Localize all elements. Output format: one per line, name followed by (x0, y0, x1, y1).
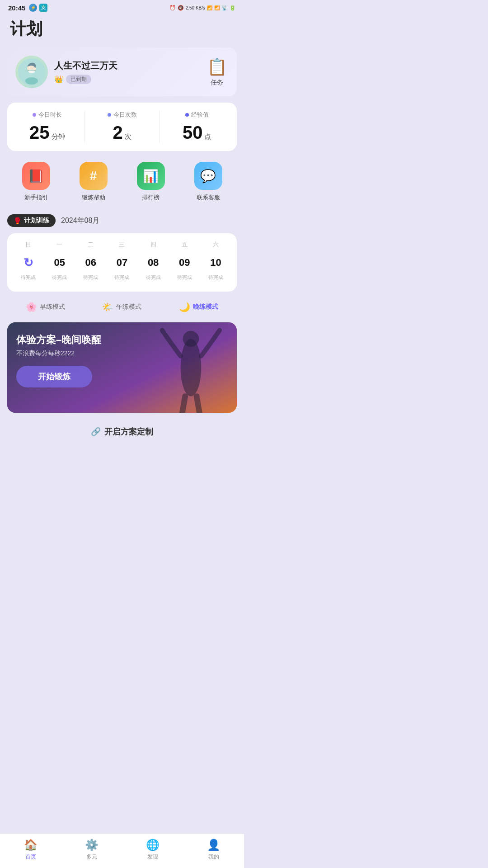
day-09-num: 09 (175, 253, 194, 272)
noon-label: 午练模式 (116, 303, 141, 311)
status-icons: ⏰ 🔇 2.50 KB/s 📶 📶 📡 🔋 (169, 5, 236, 11)
day-07-num: 07 (113, 253, 131, 272)
morning-label: 早练模式 (40, 303, 65, 311)
day-05-num: 05 (50, 253, 69, 272)
service-icon: 💬 (194, 162, 222, 190)
evening-label: 晚练模式 (193, 303, 218, 311)
count-unit: 次 (125, 132, 131, 141)
status-time: 20:45 (8, 4, 25, 12)
day-today[interactable]: ↻ 待完成 (17, 253, 40, 281)
task-icon: 📋 (205, 57, 229, 77)
stats-card: 今日时长 25 分钟 今日次数 2 次 经验值 50 (7, 103, 237, 151)
avatar (15, 56, 48, 88)
task-button[interactable]: 📋 任务 (205, 57, 229, 87)
page-title: 计划 (0, 14, 244, 47)
banner-title: 体验方案–晚间唤醒 (16, 333, 101, 347)
dot-exp (185, 113, 189, 117)
svg-point-5 (181, 339, 202, 396)
day-05[interactable]: 05 待完成 (48, 253, 71, 281)
mode-row: 🌸 早练模式 🌤️ 午练模式 🌙 晚练模式 (7, 298, 237, 316)
guide-label: 新手指引 (24, 193, 48, 202)
day-08-num: 08 (144, 253, 163, 272)
day-0-status: 待完成 (21, 274, 36, 281)
svg-point-6 (183, 331, 199, 347)
profile-left: 人生不过三万天 👑 已到期 (15, 56, 117, 88)
day-10-num: 10 (206, 253, 225, 272)
day-05-status: 待完成 (52, 274, 67, 281)
profile-badge: 👑 已到期 (54, 75, 117, 84)
expired-tag: 已到期 (66, 75, 91, 84)
wifi-icon: 📡 (221, 5, 228, 11)
training-tag-label: 计划训练 (24, 217, 49, 225)
assist-icon: # (80, 162, 108, 190)
day-09[interactable]: 09 待完成 (173, 253, 196, 281)
alarm-icon: ⏰ (169, 5, 176, 11)
morning-icon: 🌸 (26, 302, 37, 312)
weekday-3: 三 (110, 241, 134, 249)
day-07[interactable]: 07 待完成 (110, 253, 134, 281)
weekday-6: 六 (204, 241, 227, 249)
assist-label: 锻炼帮助 (82, 193, 105, 202)
task-label: 任务 (211, 79, 223, 87)
start-exercise-button[interactable]: 开始锻炼 (16, 366, 92, 387)
menu-service[interactable]: 💬 联系客服 (194, 162, 222, 202)
day-09-status: 待完成 (177, 274, 192, 281)
banner-card: 体验方案–晚间唤醒 不浪费每分每秒2222 开始锻炼 (7, 322, 237, 413)
mute-icon: 🔇 (178, 5, 184, 11)
mode-noon[interactable]: 🌤️ 午练模式 (102, 302, 141, 312)
training-tag: 🥊 计划训练 (7, 214, 56, 227)
exp-unit: 点 (204, 132, 211, 141)
day-10[interactable]: 10 待完成 (204, 253, 227, 281)
day-06-status: 待完成 (83, 274, 98, 281)
profile-card: 人生不过三万天 👑 已到期 📋 任务 (7, 47, 237, 96)
training-month: 2024年08月 (61, 216, 99, 226)
status-app-icons: ⚡ 支 (29, 4, 47, 12)
divider-1 (84, 111, 85, 143)
svg-rect-3 (28, 70, 35, 73)
dot-duration (33, 113, 36, 117)
evening-icon: 🌙 (179, 302, 190, 312)
speed-text: 2.50 KB/s (186, 5, 205, 10)
weekday-0: 日 (17, 241, 40, 249)
battery-icon: 🔋 (230, 5, 236, 11)
weekday-5: 五 (173, 241, 196, 249)
signal1-icon: 📶 (207, 5, 212, 10)
day-08-status: 待完成 (146, 274, 161, 281)
dot-count (108, 113, 111, 117)
mode-evening[interactable]: 🌙 晚练模式 (179, 302, 218, 312)
custom-plan-label: 开启方案定制 (104, 426, 153, 437)
menu-assist[interactable]: # 锻炼帮助 (80, 162, 108, 202)
day-06-num: 06 (81, 253, 100, 272)
app-icon-1: ⚡ (29, 4, 37, 12)
weekday-2: 二 (79, 241, 103, 249)
duration-value: 25 (29, 123, 50, 143)
crown-icon: 👑 (54, 75, 63, 84)
weekday-1: 一 (48, 241, 71, 249)
stat-count: 今日次数 2 次 (87, 111, 158, 143)
menu-grid: 📕 新手指引 # 锻炼帮助 📊 排行榜 💬 联系客服 (7, 157, 237, 206)
day-06[interactable]: 06 待完成 (79, 253, 103, 281)
app-icon-2: 支 (39, 4, 47, 12)
calendar-section: 日 一 二 三 四 五 六 ↻ 待完成 05 待完成 06 待完成 (7, 233, 237, 292)
profile-info: 人生不过三万天 👑 已到期 (54, 60, 117, 84)
day-10-status: 待完成 (208, 274, 223, 281)
guide-icon: 📕 (22, 162, 50, 190)
divider-2 (159, 111, 160, 143)
banner-subtitle: 不浪费每分每秒2222 (16, 349, 101, 358)
custom-plan-button[interactable]: 🔗 开启方案定制 (0, 419, 244, 444)
rank-icon: 📊 (137, 162, 165, 190)
noon-icon: 🌤️ (102, 302, 113, 312)
training-header: 🥊 计划训练 2024年08月 (7, 214, 237, 227)
day-07-status: 待完成 (114, 274, 129, 281)
today-arrow-icon: ↻ (23, 256, 33, 270)
menu-rank[interactable]: 📊 排行榜 (137, 162, 165, 202)
mode-morning[interactable]: 🌸 早练模式 (26, 302, 65, 312)
stat-duration: 今日时长 25 分钟 (12, 111, 83, 143)
day-08[interactable]: 08 待完成 (141, 253, 165, 281)
exp-value: 50 (183, 123, 203, 143)
profile-name: 人生不过三万天 (54, 60, 117, 72)
rank-label: 排行榜 (142, 193, 160, 202)
menu-guide[interactable]: 📕 新手指引 (22, 162, 50, 202)
duration-unit: 分钟 (52, 132, 65, 141)
weekday-4: 四 (141, 241, 165, 249)
